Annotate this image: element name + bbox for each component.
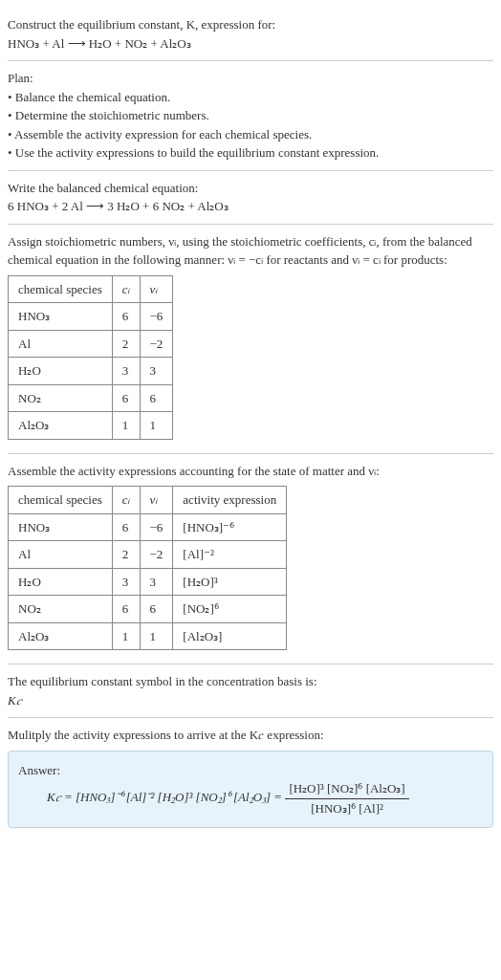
table-row: Al2−2[Al]⁻² bbox=[9, 541, 287, 569]
fraction: [H₂O]³ [NO₂]⁶ [Al₂O₃] [HNO₃]⁶ [Al]² bbox=[285, 779, 408, 817]
answer-expression: K𝑐 = [HNO₃]⁻⁶ [Al]⁻² [H₂O]³ [NO₂]⁶ [Al₂O… bbox=[18, 779, 483, 817]
answer-label: Answer: bbox=[18, 761, 483, 780]
answer-box: Answer: K𝑐 = [HNO₃]⁻⁶ [Al]⁻² [H₂O]³ [NO₂… bbox=[8, 751, 493, 829]
table-row: NO₂66 bbox=[9, 384, 173, 412]
symbol-value: K𝑐 bbox=[8, 691, 493, 710]
col-header: cᵢ bbox=[112, 275, 140, 303]
col-header: chemical species bbox=[9, 275, 113, 303]
table-row: H₂O33[H₂O]³ bbox=[9, 568, 287, 596]
table-row: Al₂O₃11 bbox=[9, 412, 173, 440]
col-header: νᵢ bbox=[140, 275, 173, 303]
balanced-equation: 6 HNO₃ + 2 Al ⟶ 3 H₂O + 6 NO₂ + Al₂O₃ bbox=[8, 197, 493, 216]
balanced-heading: Write the balanced chemical equation: bbox=[8, 179, 493, 198]
table-row: NO₂66[NO₂]⁶ bbox=[9, 596, 287, 623]
col-header: chemical species bbox=[9, 487, 113, 514]
table-row: Al2−2 bbox=[9, 330, 173, 358]
multiply-text: Mulitply the activity expressions to arr… bbox=[8, 726, 493, 745]
table-header-row: chemical species cᵢ νᵢ activity expressi… bbox=[9, 487, 287, 514]
col-header: activity expression bbox=[173, 487, 287, 514]
plan-item: • Use the activity expressions to build … bbox=[8, 143, 493, 163]
intro-equation: HNO₃ + Al ⟶ H₂O + NO₂ + Al₂O₃ bbox=[8, 34, 493, 54]
activity-text: Assemble the activity expressions accoun… bbox=[8, 462, 493, 481]
stoich-section: Assign stoichiometric numbers, νᵢ, using… bbox=[8, 225, 493, 454]
col-header: cᵢ bbox=[112, 487, 140, 514]
table-row: HNO₃6−6 bbox=[9, 303, 173, 331]
denominator: [HNO₃]⁶ [Al]² bbox=[285, 799, 408, 818]
table-row: H₂O33 bbox=[9, 358, 173, 385]
plan-item: • Determine the stoichiometric numbers. bbox=[8, 106, 493, 125]
balanced-section: Write the balanced chemical equation: 6 … bbox=[8, 171, 493, 225]
stoich-text: Assign stoichiometric numbers, νᵢ, using… bbox=[8, 232, 493, 270]
stoich-table: chemical species cᵢ νᵢ HNO₃6−6 Al2−2 H₂O… bbox=[8, 275, 173, 440]
intro-line: Construct the equilibrium constant, K, e… bbox=[8, 15, 493, 34]
intro-section: Construct the equilibrium constant, K, e… bbox=[8, 8, 493, 61]
plan-item: • Balance the chemical equation. bbox=[8, 88, 493, 107]
numerator: [H₂O]³ [NO₂]⁶ [Al₂O₃] bbox=[285, 779, 408, 799]
symbol-section: The equilibrium constant symbol in the c… bbox=[8, 664, 493, 718]
plan-section: Plan: • Balance the chemical equation. •… bbox=[8, 61, 493, 171]
activity-table: chemical species cᵢ νᵢ activity expressi… bbox=[8, 486, 287, 650]
plan-item: • Assemble the activity expression for e… bbox=[8, 125, 493, 144]
table-row: HNO₃6−6[HNO₃]⁻⁶ bbox=[9, 513, 287, 541]
symbol-text: The equilibrium constant symbol in the c… bbox=[8, 672, 493, 691]
multiply-section: Mulitply the activity expressions to arr… bbox=[8, 718, 493, 836]
col-header: νᵢ bbox=[140, 487, 173, 514]
activity-section: Assemble the activity expressions accoun… bbox=[8, 454, 493, 665]
plan-heading: Plan: bbox=[8, 69, 493, 88]
table-row: Al₂O₃11[Al₂O₃] bbox=[9, 622, 287, 650]
table-header-row: chemical species cᵢ νᵢ bbox=[9, 275, 173, 303]
